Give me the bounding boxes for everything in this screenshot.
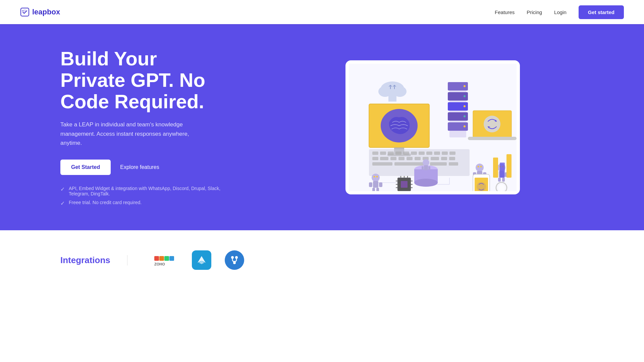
svg-point-21 (464, 125, 466, 127)
git-integration-icon (225, 250, 244, 270)
svg-rect-83 (422, 166, 424, 170)
hero-description: Take a LEAP in individual and team's kno… (60, 120, 195, 147)
svg-rect-76 (500, 163, 505, 178)
navbar: leapbox Features Pricing Login Get start… (0, 0, 644, 24)
hero-title: Build Your Private GPT. No Code Required… (60, 48, 221, 112)
svg-rect-28 (388, 152, 394, 155)
svg-rect-97 (154, 256, 159, 261)
svg-rect-10 (388, 92, 396, 102)
check-icon-1: ✓ (60, 186, 65, 192)
svg-point-66 (480, 166, 482, 167)
nav-pricing[interactable]: Pricing (527, 9, 542, 15)
hero-explore-features-button[interactable]: Explore features (120, 164, 159, 170)
svg-rect-35 (442, 152, 448, 155)
svg-point-90 (498, 184, 505, 191)
hero-text-block: Build Your Private GPT. No Code Required… (60, 48, 221, 206)
svg-point-80 (414, 179, 438, 187)
svg-rect-41 (407, 157, 413, 160)
svg-rect-33 (426, 152, 432, 155)
svg-point-59 (476, 164, 484, 172)
svg-rect-23 (468, 137, 517, 140)
hero-check-2: ✓ Freee trial. No credit card required. (60, 200, 221, 206)
svg-rect-31 (411, 152, 417, 155)
zoho-svg: ZOHO (154, 253, 178, 267)
svg-rect-84 (428, 166, 430, 170)
hero-section: Build Your Private GPT. No Code Required… (0, 24, 644, 230)
logo-icon (20, 7, 30, 17)
svg-rect-32 (419, 152, 425, 155)
svg-rect-26 (372, 152, 378, 155)
svg-rect-71 (498, 178, 501, 182)
svg-point-57 (374, 176, 375, 177)
svg-rect-54 (379, 182, 382, 187)
hero-get-started-button[interactable]: Get Started (60, 160, 111, 175)
svg-point-20 (464, 115, 466, 117)
svg-rect-29 (395, 152, 401, 155)
svg-rect-46 (449, 157, 455, 160)
svg-point-17 (464, 85, 466, 87)
logo[interactable]: leapbox (20, 7, 60, 17)
git-icon-svg (228, 254, 240, 266)
svg-rect-44 (431, 157, 439, 160)
svg-rect-56 (376, 188, 379, 191)
svg-point-81 (423, 159, 429, 166)
svg-rect-49 (430, 162, 447, 166)
nav-get-started-button[interactable]: Get started (579, 5, 624, 19)
svg-point-24 (484, 116, 500, 132)
svg-point-19 (464, 105, 466, 107)
svg-rect-1 (23, 9, 26, 12)
svg-rect-45 (441, 157, 447, 160)
svg-rect-77 (506, 154, 512, 178)
zoho-integration-icon: ZOHO (154, 253, 178, 267)
svg-rect-98 (159, 256, 164, 261)
svg-rect-27 (380, 152, 386, 155)
svg-point-103 (235, 256, 238, 259)
svg-rect-37 (372, 157, 378, 160)
svg-rect-39 (390, 157, 396, 160)
svg-rect-36 (449, 152, 455, 155)
poe-icon-svg (195, 253, 208, 267)
svg-rect-30 (403, 152, 409, 155)
svg-rect-82 (424, 165, 428, 170)
svg-rect-40 (398, 157, 405, 160)
svg-rect-47 (372, 162, 392, 166)
svg-rect-75 (493, 158, 498, 178)
hero-checklist: ✓ API, Embed Widget & integration with W… (60, 186, 221, 206)
svg-rect-99 (164, 256, 169, 261)
svg-rect-50 (449, 162, 458, 166)
svg-rect-53 (369, 182, 372, 187)
hero-check-1: ✓ API, Embed Widget & integration with W… (60, 186, 221, 196)
svg-rect-52 (373, 181, 378, 188)
hero-illustration-card (345, 60, 520, 194)
logo-text: leapbox (32, 8, 60, 16)
hero-check-2-text: Freee trial. No credit card required. (69, 200, 142, 205)
integrations-label: Integrations (60, 255, 127, 265)
check-icon-2: ✓ (60, 200, 65, 206)
svg-rect-38 (380, 157, 388, 160)
svg-rect-42 (415, 157, 421, 160)
svg-rect-93 (401, 181, 408, 188)
nav-features[interactable]: Features (495, 9, 515, 15)
svg-rect-34 (434, 152, 440, 155)
nav-login[interactable]: Login (554, 9, 567, 15)
svg-rect-100 (169, 256, 174, 261)
svg-point-65 (478, 166, 479, 167)
svg-point-102 (231, 256, 234, 259)
poe-integration-icon (192, 250, 211, 270)
svg-point-18 (464, 95, 466, 97)
hero-illustration (349, 64, 517, 191)
svg-point-58 (376, 176, 378, 177)
hero-buttons: Get Started Explore features (60, 160, 221, 175)
integrations-section: Integrations ZOHO (0, 230, 644, 283)
hero-check-1-text: API, Embed Widget & integration with Wha… (69, 186, 221, 196)
svg-text:ZOHO: ZOHO (154, 262, 165, 266)
integrations-icons: ZOHO (154, 250, 244, 270)
svg-point-51 (372, 174, 380, 182)
svg-rect-72 (502, 178, 505, 182)
svg-rect-55 (372, 188, 375, 191)
hero-image-wrapper (241, 60, 624, 194)
nav-links: Features Pricing Login Get started (495, 5, 624, 19)
